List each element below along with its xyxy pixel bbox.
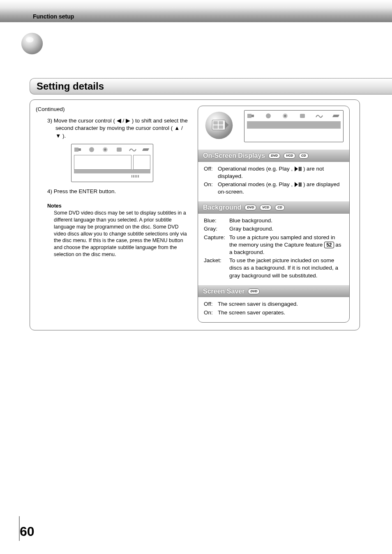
badge-vcd: VCD <box>284 153 295 159</box>
page-number: 60 <box>20 524 35 539</box>
step-3-number: 3) <box>47 118 52 124</box>
svg-point-1 <box>26 37 34 42</box>
bg-gray-text: Gray background. <box>229 225 344 233</box>
bg-jacket-label: Jacket: <box>204 257 229 279</box>
svg-rect-25 <box>300 167 302 171</box>
badge-cd-2: CD <box>275 205 285 210</box>
svg-rect-2 <box>74 148 78 152</box>
page-header-gradient: Function setup <box>0 0 392 22</box>
step-3-text: Move the cursor control ( ◀ / ▶ ) to shi… <box>54 118 188 138</box>
badge-dvd: DVD <box>268 153 280 159</box>
screensaver-body: Off: The screen saver is disengaged. On:… <box>198 297 349 322</box>
play-pause-icon-2 <box>294 182 302 187</box>
svg-marker-8 <box>142 148 149 151</box>
svg-point-20 <box>284 115 286 117</box>
mini-screen-figure-1 <box>36 144 189 182</box>
svg-rect-14 <box>219 125 223 129</box>
osd-on-label: On: <box>204 181 218 196</box>
mini-field-b <box>133 155 150 170</box>
tab-icon-5b <box>315 113 323 119</box>
step-4-text: Press the ENTER button. <box>54 188 116 194</box>
mini-screen-figure-2 <box>244 110 344 142</box>
play-pause-icon <box>294 166 302 172</box>
svg-rect-27 <box>299 182 300 187</box>
bg-blue-text: Blue background. <box>229 217 344 224</box>
notes-body: Some DVD video discs may be set to displ… <box>54 210 189 258</box>
sphere-with-tv-icon <box>204 110 234 141</box>
svg-marker-23 <box>295 166 298 171</box>
osd-off-label: Off: <box>204 165 218 180</box>
right-mini-bar <box>247 121 341 129</box>
bg-capture-label: Capture: <box>204 234 229 256</box>
bg-capture-a: To use a picture you sampled and stored … <box>229 234 335 248</box>
svg-point-6 <box>104 148 106 151</box>
heading-screensaver: Screen Saver DVD <box>198 285 349 298</box>
section-title: Setting details <box>37 81 104 92</box>
mini-slider-knob <box>131 175 139 178</box>
notes-title: Notes <box>47 203 189 210</box>
heading-background: Background DVD VCD CD <box>198 201 349 214</box>
tab-icon-6b <box>332 113 341 119</box>
osd-off-text: Operational modes (e.g. Play , ) are not… <box>218 165 344 180</box>
ss-on-text: The screen saver operates. <box>218 309 344 316</box>
section-title-band: Setting details <box>30 78 392 95</box>
svg-point-18 <box>266 113 271 118</box>
tab-icon-6 <box>142 147 150 152</box>
tab-icon-4 <box>115 147 123 152</box>
osd-on-a: Operational modes (e.g. Play , <box>218 181 293 187</box>
mini-bar <box>74 169 150 173</box>
badge-cd: CD <box>299 153 309 159</box>
tab-icon-4b <box>298 113 307 119</box>
background-body: Blue: Blue background. Gray: Gray backgr… <box>198 214 349 285</box>
bg-blue-label: Blue: <box>204 217 229 224</box>
svg-rect-13 <box>213 125 218 129</box>
ss-off-text: The screen saver is disengaged. <box>218 300 344 308</box>
page-ref-52: 52 <box>324 242 334 248</box>
svg-point-0 <box>21 33 43 54</box>
svg-rect-7 <box>117 148 122 152</box>
osd-on-text: Operational modes (e.g. Play , ) are dis… <box>218 181 344 196</box>
header-category: Function setup <box>33 13 74 20</box>
mini-field-a <box>74 155 131 170</box>
svg-rect-28 <box>300 182 302 187</box>
svg-marker-22 <box>332 115 339 117</box>
svg-rect-24 <box>299 167 300 171</box>
svg-rect-16 <box>247 114 251 118</box>
bg-jacket-text: To use the jacket picture included on so… <box>229 257 344 279</box>
ss-off-label: Off: <box>204 300 218 308</box>
svg-rect-17 <box>251 115 254 117</box>
heading-osd-text: On-Screen Displays <box>203 151 265 160</box>
bg-capture-text: To use a picture you sampled and stored … <box>229 234 344 256</box>
ss-on-label: On: <box>204 309 218 316</box>
right-top-figure <box>198 106 349 150</box>
step-3: 3) Move the cursor control ( ◀ / ▶ ) to … <box>47 117 189 140</box>
badge-dvd-3: DVD <box>248 289 260 294</box>
badge-dvd-2: DVD <box>244 205 256 210</box>
tab-icon-1 <box>74 147 82 152</box>
bg-gray-label: Gray: <box>204 225 229 233</box>
tab-icon-2b <box>264 113 272 119</box>
step-4: 4) Press the ENTER button. <box>47 188 189 195</box>
svg-rect-11 <box>213 121 218 125</box>
step-4-number: 4) <box>47 188 52 194</box>
tab-icon-3 <box>101 147 109 152</box>
tab-icon-5 <box>129 147 137 152</box>
tab-icon-3b <box>281 113 289 119</box>
heading-osd: On-Screen Displays DVD VCD CD <box>198 150 349 162</box>
continued-label: (Continued) <box>36 106 189 113</box>
svg-marker-26 <box>295 182 298 187</box>
svg-rect-21 <box>300 114 305 118</box>
tab-icon-1b <box>247 113 255 119</box>
sphere-icon <box>21 32 44 55</box>
svg-point-4 <box>89 147 94 152</box>
osd-off-a: Operational modes (e.g. Play , <box>218 166 293 172</box>
content-panel: (Continued) 3) Move the cursor control (… <box>30 99 360 330</box>
heading-screensaver-text: Screen Saver <box>203 287 244 296</box>
tab-icon-2 <box>88 147 96 152</box>
badge-vcd-2: VCD <box>260 205 272 210</box>
svg-rect-12 <box>219 121 223 125</box>
left-column: (Continued) 3) Move the cursor control (… <box>36 106 189 323</box>
right-column: On-Screen Displays DVD VCD CD Off: Opera… <box>198 106 350 323</box>
heading-background-text: Background <box>203 203 241 212</box>
osd-body: Off: Operational modes (e.g. Play , ) ar… <box>198 162 349 202</box>
